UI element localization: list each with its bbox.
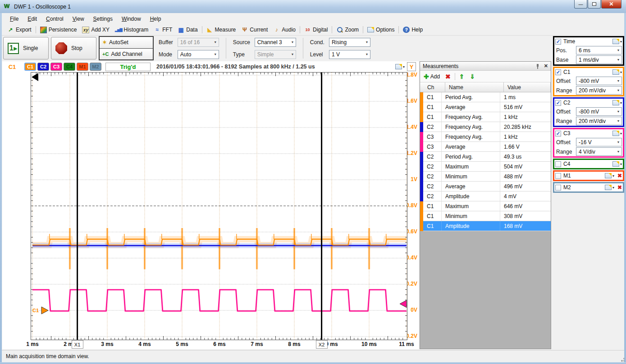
m1-close-icon[interactable]: ✖ — [617, 173, 622, 179]
measurement-row[interactable]: C2Amplitude4 mV — [420, 191, 551, 201]
c3-enable-checkbox[interactable]: ✓ — [555, 131, 561, 136]
channel-tab-c4[interactable]: C4 — [64, 63, 75, 71]
measurement-row[interactable]: C2Period Avg.49.3 us — [420, 152, 551, 162]
toolbar-current-button[interactable]: ΨCurrent — [238, 26, 270, 34]
type-select[interactable]: Simple▼ — [255, 50, 296, 59]
close-button[interactable]: ✕ — [601, 0, 621, 9]
c1-options-button[interactable]: ▾ — [612, 69, 622, 75]
chevron-down-icon: ▾ — [620, 101, 622, 105]
source-select[interactable]: Channel 3▼ — [255, 38, 296, 47]
single-button[interactable]: 1 Single — [3, 37, 49, 59]
panel-close-icon[interactable]: ✕ — [544, 63, 548, 69]
pin-icon[interactable] — [535, 64, 539, 68]
toolbar-help-button[interactable]: ?Help — [400, 26, 425, 34]
autoset-button[interactable]: ✶ AutoSet — [100, 37, 153, 48]
time-options-button[interactable]: ▾ — [612, 39, 622, 44]
maximize-button[interactable] — [588, 0, 601, 9]
measurement-row[interactable]: C1Maximum646 mV — [420, 201, 551, 211]
c3-range-select[interactable]: 4 V/div▼ — [576, 147, 622, 156]
x1-cursor-label[interactable]: X1 — [72, 340, 83, 349]
toolbar-export-button[interactable]: ↗Export — [5, 26, 34, 34]
measurement-value: 516 mV — [500, 102, 551, 112]
measurement-row[interactable]: C1Amplitude168 mV — [420, 221, 551, 231]
channel-tab-c3[interactable]: C3 — [50, 63, 62, 71]
menu-window[interactable]: Window — [117, 14, 146, 23]
measurement-value: 168 mV — [500, 221, 551, 231]
c2-enable-checkbox[interactable]: ✓ — [555, 100, 561, 106]
c4-enable-checkbox[interactable] — [555, 161, 561, 167]
toolbar-zoom-button[interactable]: Zoom — [334, 26, 361, 34]
toolbar-addxy-button[interactable]: xyAdd XY — [79, 26, 112, 34]
measurements-header-row: ChNameValue — [420, 82, 551, 92]
add-channel-button[interactable]: +C Add Channel — [100, 48, 153, 60]
measurement-row[interactable]: C1Minimum308 mV — [420, 211, 551, 221]
move-down-button[interactable]: ⇓ — [469, 73, 477, 81]
y-axis-button[interactable]: Y — [407, 62, 416, 71]
delete-measurement-button[interactable]: ✖ — [444, 73, 452, 81]
measurements-panel: Measurements ✕ ✚Add ✖ ⇑ ⇓ ChNameValue C1… — [420, 61, 551, 349]
condition-select[interactable]: Rising▼ — [329, 38, 370, 47]
move-up-button[interactable]: ⇑ — [458, 73, 466, 81]
toolbar-measure-button[interactable]: ◣Measure — [204, 26, 239, 34]
m1-enable-checkbox[interactable] — [555, 173, 561, 179]
measurement-row[interactable]: C1Average516 mV — [420, 102, 551, 112]
c3-offset-select[interactable]: -16 V▼ — [576, 138, 622, 146]
c2-offset-select[interactable]: -800 mV▼ — [576, 107, 622, 116]
measurement-row[interactable]: C2Maximum504 mV — [420, 162, 551, 172]
menu-control[interactable]: Control — [41, 14, 68, 23]
toolbar-persistence-button[interactable]: Persistence — [37, 26, 80, 34]
buffer-select[interactable]: 16 of 16▼ — [178, 38, 219, 47]
m1-options-button[interactable]: ▾ — [605, 173, 614, 178]
toolbar-audio-button[interactable]: ♪Audio — [270, 26, 298, 34]
measurement-name: Average — [442, 182, 500, 191]
measurement-row[interactable]: C3Average1.66 V — [420, 142, 551, 152]
toolbar-data-button[interactable]: ▦Data — [175, 26, 200, 34]
measurement-row[interactable]: C1Period Avg.1 ms — [420, 92, 551, 102]
c1-enable-checkbox[interactable]: ✓ — [555, 69, 561, 75]
channel-tab-c2[interactable]: C2 — [37, 63, 49, 71]
level-select[interactable]: 1 V▼ — [329, 50, 370, 59]
x-axis-labels: 1 ms2 ms3 ms4 ms5 ms6 ms7 ms8 ms9 ms10 m… — [2, 340, 419, 349]
toolbar-histogram-button[interactable]: ▂▅▇Histogram — [112, 26, 151, 34]
menu-view[interactable]: View — [68, 14, 89, 23]
measurement-channel: C2 — [423, 172, 442, 181]
menu-settings[interactable]: Settings — [89, 14, 117, 23]
measurement-row[interactable]: C1Frequency Avg.1 kHz — [420, 112, 551, 122]
c3-options-button[interactable]: ▾ — [612, 131, 622, 136]
chevron-down-icon: ▼ — [615, 58, 621, 61]
m2-close-icon[interactable]: ✖ — [617, 184, 622, 191]
menu-help[interactable]: Help — [146, 14, 166, 23]
c4-options-button[interactable]: ▾ — [612, 161, 622, 167]
channel-tab-c1[interactable]: C1 — [24, 63, 36, 71]
time-base-select[interactable]: 1 ms/div▼ — [576, 55, 622, 64]
time-pos-select[interactable]: 6 ms▼ — [576, 46, 622, 55]
add-measurement-button[interactable]: ✚Add — [422, 73, 441, 81]
minimize-button[interactable]: — — [574, 0, 587, 9]
plot-header: C1 C1C2C3C4M1M2 Trig'd 2016/01/05 18:43:… — [2, 61, 419, 72]
mode-select[interactable]: Auto▼ — [178, 50, 219, 59]
c2-range-select[interactable]: 200 mV/div▼ — [576, 117, 622, 125]
m2-enable-checkbox[interactable] — [555, 185, 561, 191]
stop-button[interactable]: Stop — [51, 37, 96, 59]
channel-tab-m1[interactable]: M1 — [77, 63, 88, 71]
measurement-value: 496 mV — [500, 182, 551, 191]
measurement-row[interactable]: C3Frequency Avg.1 kHz — [420, 132, 551, 142]
channel-tab-m2[interactable]: M2 — [90, 63, 101, 71]
chevron-down-icon: ▼ — [615, 119, 621, 123]
measurement-row[interactable]: C2Average496 mV — [420, 182, 551, 191]
c1-range-select[interactable]: 200 mV/div▼ — [576, 86, 622, 95]
x-tick-label: 7 ms — [251, 341, 263, 347]
x2-cursor-label[interactable]: X2 — [316, 340, 328, 349]
measurement-row[interactable]: C2Frequency Avg.20.285 kHz — [420, 122, 551, 132]
menu-file[interactable]: File — [5, 14, 23, 23]
menu-edit[interactable]: Edit — [23, 14, 41, 23]
plot-options-button[interactable]: ▾ — [395, 64, 405, 69]
toolbar-options-button[interactable]: Options — [365, 26, 397, 34]
time-enable-checkbox[interactable]: ✓ — [555, 39, 561, 45]
measurement-row[interactable]: C2Minimum488 mV — [420, 172, 551, 182]
toolbar-digital-button[interactable]: 10Digital — [302, 26, 330, 34]
m2-options-button[interactable]: ▾ — [605, 185, 614, 190]
toolbar-fft-button[interactable]: ≈FFT — [151, 26, 175, 34]
c1-offset-select[interactable]: -800 mV▼ — [576, 77, 622, 85]
c2-options-button[interactable]: ▾ — [612, 100, 622, 105]
